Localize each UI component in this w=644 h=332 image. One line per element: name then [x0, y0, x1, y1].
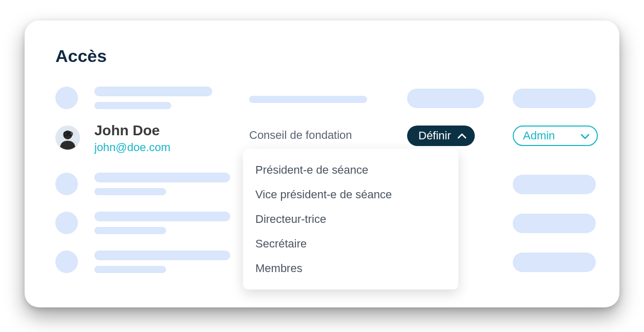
avatar-placeholder [55, 251, 78, 273]
chevron-down-icon [580, 129, 590, 142]
text-placeholder [94, 173, 230, 182]
avatar-placeholder [55, 87, 78, 109]
text-placeholder [94, 227, 166, 234]
role-dropdown: Président-e de séance Vice président-e d… [243, 149, 458, 289]
pill-placeholder [513, 253, 596, 272]
avatar-placeholder [55, 212, 78, 234]
pill-placeholder [513, 175, 596, 194]
define-label: Définir [418, 129, 451, 142]
access-card: Accès John Doe john@doe.com Conseil de f… [25, 20, 619, 307]
admin-label: Admin [523, 129, 555, 142]
avatar [55, 126, 80, 150]
text-placeholder [94, 102, 171, 109]
user-name: John Doe [94, 122, 160, 139]
text-placeholder [94, 212, 230, 221]
text-placeholder [94, 266, 166, 273]
text-placeholder [94, 251, 230, 260]
chevron-up-icon [457, 129, 467, 142]
pill-placeholder [513, 89, 596, 108]
role-option[interactable]: Président-e de séance [243, 158, 458, 182]
text-placeholder [94, 87, 212, 96]
pill-placeholder [513, 214, 596, 233]
role-option[interactable]: Directeur-trice [243, 207, 458, 232]
avatar-image [56, 126, 79, 150]
list-item [55, 84, 589, 122]
role-option[interactable]: Vice président-e de séance [243, 182, 458, 207]
role-option[interactable]: Secrétaire [243, 232, 458, 256]
text-placeholder [94, 188, 166, 195]
avatar-placeholder [55, 173, 78, 195]
text-placeholder [249, 96, 367, 103]
user-council: Conseil de fondation [249, 129, 352, 142]
page-title: Accès [55, 46, 589, 66]
role-option[interactable]: Membres [243, 256, 458, 281]
user-email[interactable]: john@doe.com [94, 141, 170, 154]
admin-role-button[interactable]: Admin [513, 126, 598, 146]
pill-placeholder [407, 89, 484, 108]
define-role-button[interactable]: Définir [407, 126, 475, 146]
